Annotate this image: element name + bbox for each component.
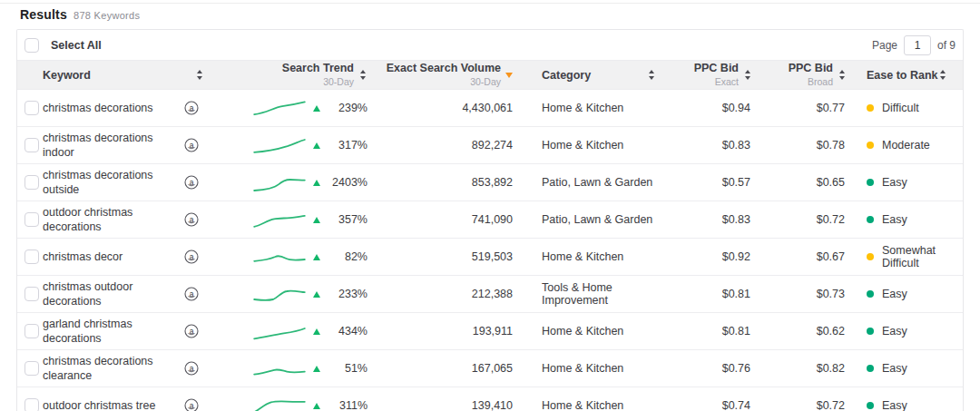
trend-up-icon	[313, 217, 320, 223]
category: Patio, Lawn & Garden	[525, 164, 669, 201]
table-row: outdoor christmas decorations a 357% 741…	[17, 201, 963, 239]
ease-dot	[867, 290, 874, 298]
trend-up-icon	[313, 180, 320, 186]
search-volume: 212,388	[378, 276, 525, 312]
category: Tools & Home Improvement	[525, 276, 669, 312]
amazon-icon[interactable]: a	[184, 250, 199, 264]
ppc-bid-exact: $0.83	[669, 127, 763, 163]
sort-icon[interactable]	[358, 68, 368, 82]
page-label: Page	[872, 39, 897, 52]
trend-percent: 311%	[328, 399, 368, 411]
keyword-text[interactable]: christmas decor	[43, 250, 122, 264]
ppc-broad-column-label: PPC Bid	[789, 62, 833, 76]
search-volume: 193,911	[378, 313, 525, 349]
row-checkbox[interactable]	[24, 398, 39, 411]
ppc-bid-exact: $0.57	[669, 164, 763, 201]
search-volume: 892,274	[378, 127, 525, 163]
category: Patio, Lawn & Garden	[525, 201, 669, 238]
ppc-bid-broad: $0.78	[763, 127, 858, 163]
ppc-bid-exact: $0.81	[669, 276, 763, 312]
sort-icon[interactable]	[838, 68, 847, 82]
keyword-text[interactable]: christmas decorations outside	[43, 168, 165, 198]
ease-dot	[867, 216, 874, 223]
search-volume-column-label: Exact Search Volume	[387, 62, 501, 76]
trend-sparkline	[253, 246, 306, 268]
header-ppc-bid-exact: PPC Bid Exact	[669, 61, 763, 89]
trend-percent: 434%	[328, 325, 368, 338]
keyword-column-label: Keyword	[43, 69, 91, 82]
ease-dot	[867, 253, 874, 260]
amazon-icon[interactable]: a	[184, 175, 199, 190]
category: Home & Kitchen	[525, 239, 669, 275]
trend-percent: 82%	[328, 250, 368, 263]
table-row: christmas decorations outside a 2403% 85…	[17, 164, 963, 201]
keyword-text[interactable]: garland christmas decorations	[43, 317, 165, 347]
select-all[interactable]: Select All	[24, 38, 102, 53]
keyword-text[interactable]: christmas decorations clearance	[43, 354, 165, 384]
row-checkbox[interactable]	[24, 361, 39, 376]
amazon-icon[interactable]: a	[184, 138, 199, 152]
amazon-icon[interactable]: a	[184, 398, 199, 411]
select-all-checkbox[interactable]	[24, 38, 39, 53]
select-all-label: Select All	[51, 39, 102, 52]
keyword-text[interactable]: christmas outdoor decorations	[43, 279, 165, 309]
amazon-icon[interactable]: a	[184, 361, 199, 376]
category: Home & Kitchen	[525, 350, 669, 387]
ppc-bid-exact: $0.81	[669, 313, 763, 349]
search-volume: 139,410	[378, 387, 525, 411]
trend-up-icon	[313, 366, 320, 372]
category-column-label: Category	[542, 69, 591, 82]
ppc-bid-broad: $0.62	[763, 313, 858, 349]
category: Home & Kitchen	[525, 387, 669, 411]
row-checkbox[interactable]	[24, 101, 39, 115]
sort-icon[interactable]	[743, 68, 752, 82]
keyword-text[interactable]: christmas decorations indoor	[43, 131, 165, 161]
trend-up-icon	[313, 105, 320, 112]
row-checkbox[interactable]	[24, 212, 39, 227]
trend-sparkline	[253, 320, 306, 342]
amazon-icon[interactable]: a	[184, 287, 199, 301]
trend-percent: 2403%	[328, 176, 368, 189]
sort-icon[interactable]	[195, 68, 204, 82]
trend-up-icon	[313, 291, 320, 298]
row-checkbox[interactable]	[24, 287, 39, 301]
table-row: christmas decorations clearance a 51% 16…	[17, 350, 963, 387]
header-ppc-bid-broad: PPC Bid Broad	[763, 61, 858, 89]
table-body: christmas decorations a 239% 4,430,061 H…	[17, 90, 963, 411]
keyword-text[interactable]: outdoor christmas decorations	[43, 205, 165, 235]
table-row: outdoor christmas tree a 311% 139,410 Ho…	[17, 387, 963, 411]
keyword-text[interactable]: outdoor christmas tree	[43, 398, 155, 411]
row-checkbox[interactable]	[24, 138, 39, 152]
ppc-bid-broad: $0.82	[763, 350, 858, 387]
sort-icon[interactable]	[647, 68, 656, 82]
ease-dot	[867, 365, 874, 372]
results-count: 878 Keywords	[74, 10, 140, 21]
trend-up-icon	[313, 142, 320, 149]
page-input[interactable]	[904, 35, 931, 55]
ease-to-rank-label: Moderate	[882, 139, 930, 152]
amazon-icon[interactable]: a	[184, 324, 199, 338]
ppc-exact-column-label: PPC Bid	[694, 62, 739, 76]
ppc-bid-exact: $0.76	[669, 350, 763, 387]
row-checkbox[interactable]	[24, 250, 39, 264]
top-divider	[0, 3, 980, 4]
results-title: Results	[20, 7, 67, 22]
keyword-text[interactable]: christmas decorations	[43, 101, 153, 115]
ease-to-rank-label: Difficult	[882, 102, 919, 114]
amazon-icon[interactable]: a	[184, 101, 199, 115]
search-trend-column-sublabel: 30-Day	[323, 76, 354, 88]
ppc-bid-broad: $0.65	[763, 164, 858, 201]
row-checkbox[interactable]	[24, 324, 39, 338]
amazon-icon[interactable]: a	[184, 212, 199, 227]
ease-to-rank-label: Easy	[882, 176, 907, 189]
sort-icon[interactable]	[938, 68, 947, 82]
results-card: Select All Page of 9 Keyword Search Tren…	[16, 29, 964, 411]
row-checkbox[interactable]	[24, 175, 39, 190]
trend-sparkline	[253, 134, 306, 156]
trend-sparkline	[253, 171, 306, 193]
ease-dot	[867, 142, 874, 149]
search-trend-column-label: Search Trend	[282, 62, 354, 76]
ease-dot	[867, 402, 874, 409]
sort-desc-icon[interactable]	[505, 73, 513, 78]
search-volume: 4,430,061	[378, 90, 525, 126]
